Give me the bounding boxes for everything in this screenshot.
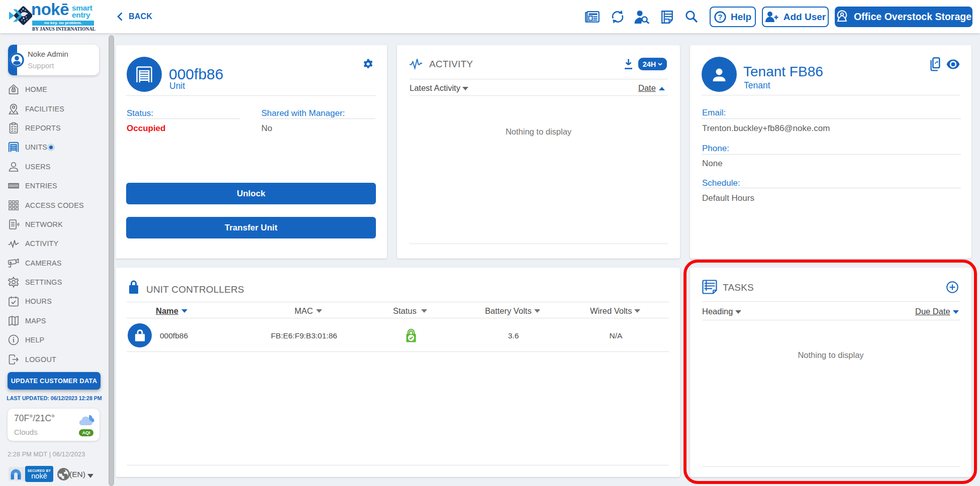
svg-text:?: ? (718, 13, 722, 21)
